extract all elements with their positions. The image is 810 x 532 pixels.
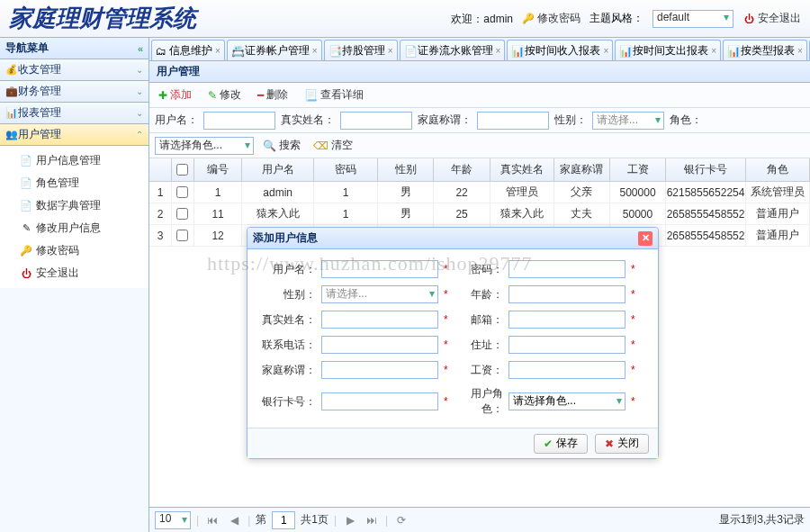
tab-icon: 📊 (619, 45, 630, 56)
dlg-password-label: 密码： (458, 262, 503, 277)
sidebar-group-report[interactable]: 📊报表管理⌄ (0, 103, 148, 124)
col-header-0[interactable] (149, 158, 172, 181)
cell: 普通用户 (746, 225, 810, 246)
col-header-9[interactable]: 工资 (610, 158, 666, 181)
last-page-button[interactable]: ⏭ (364, 512, 380, 528)
search-icon: 🔍 (263, 140, 276, 152)
page-input[interactable] (272, 511, 295, 529)
save-button[interactable]: ✔保存 (534, 434, 588, 454)
view-button[interactable]: 📃查看详细 (301, 86, 367, 104)
change-password-link[interactable]: 🔑修改密码 (522, 11, 580, 26)
dlg-username-label: 用户名： (262, 262, 316, 277)
col-header-8[interactable]: 家庭称谓 (554, 158, 610, 181)
sidebar-item-dict[interactable]: 📄数据字典管理 (0, 194, 148, 217)
filter-realname-input[interactable] (340, 112, 412, 130)
row-checkbox[interactable] (176, 208, 188, 220)
tab-icon: 🗂 (156, 45, 166, 56)
col-header-10[interactable]: 银行卡号 (666, 158, 746, 181)
tab-label: 按时间支出报表 (633, 43, 708, 59)
tabs-bar: 🗂信息维护×📇证券帐户管理×📑持股管理×📄证券流水账管理×📊按时间收入报表×📊按… (149, 38, 810, 61)
tab-2[interactable]: 📑持股管理× (324, 40, 398, 60)
select-all-checkbox[interactable] (176, 164, 188, 176)
collapse-icon[interactable]: « (138, 43, 143, 54)
dlg-phone-input[interactable] (321, 336, 438, 354)
cell: 11 (194, 203, 242, 224)
dialog-close-button[interactable]: ✕ (638, 231, 652, 246)
row-checkbox[interactable] (176, 186, 188, 198)
dialog-title-bar[interactable]: 添加用户信息 ✕ (248, 228, 658, 249)
doc-icon: 📄 (20, 155, 32, 167)
col-header-3[interactable]: 用户名 (242, 158, 314, 181)
col-header-5[interactable]: 性别 (378, 158, 434, 181)
edit-button[interactable]: ✎修改 (204, 86, 245, 104)
sidebar-item-edituser[interactable]: ✎修改用户信息 (0, 217, 148, 239)
col-header-7[interactable]: 真实姓名 (490, 158, 554, 181)
dlg-role-select[interactable]: 请选择角色... (508, 392, 626, 410)
sidebar-group-user[interactable]: 👥用户管理⌃ (0, 124, 148, 146)
theme-select[interactable]: default (652, 10, 734, 28)
dlg-username-input[interactable] (321, 260, 438, 278)
tab-close-icon[interactable]: × (797, 46, 803, 56)
sidebar-group-finance[interactable]: 💼财务管理⌄ (0, 81, 148, 103)
dlg-family-input[interactable] (321, 361, 438, 379)
add-button[interactable]: ✚添加 (155, 86, 195, 104)
filter-row-2: 请选择角色... 🔍搜索 ⌫清空 (149, 133, 810, 158)
tab-label: 按类型报表 (741, 43, 795, 59)
dlg-password-input[interactable] (508, 260, 626, 278)
tab-4[interactable]: 📊按时间收入报表× (507, 40, 613, 60)
dlg-gender-select[interactable]: 请选择... (321, 285, 438, 303)
refresh-button[interactable]: ⟳ (393, 512, 410, 528)
filter-username-input[interactable] (203, 112, 275, 130)
tab-3[interactable]: 📄证券流水账管理× (400, 40, 506, 60)
filter-role-select[interactable]: 请选择角色... (155, 137, 254, 155)
row-checkbox[interactable] (176, 230, 188, 241)
panel-title: 用户管理 (149, 61, 810, 83)
clear-button[interactable]: ⌫清空 (310, 136, 356, 155)
dlg-salary-input[interactable] (508, 361, 626, 379)
tab-close-icon[interactable]: × (215, 46, 220, 56)
sidebar-item-userinfo[interactable]: 📄用户信息管理 (0, 149, 148, 172)
tab-label: 证券流水账管理 (418, 43, 493, 59)
tab-close-icon[interactable]: × (711, 46, 716, 56)
filter-family-input[interactable] (477, 112, 549, 130)
dlg-salary-label: 工资： (458, 363, 503, 378)
cell: admin (242, 182, 314, 203)
col-header-2[interactable]: 编号 (194, 158, 242, 181)
prev-page-button[interactable]: ◀ (226, 512, 242, 528)
tab-1[interactable]: 📇证券帐户管理× (227, 40, 322, 60)
cell: 管理员 (490, 182, 554, 203)
col-header-11[interactable]: 角色 (746, 158, 810, 181)
dlg-age-input[interactable] (508, 285, 626, 303)
tab-6[interactable]: 📊按类型报表× (723, 40, 807, 60)
dlg-card-input[interactable] (321, 392, 438, 410)
search-button[interactable]: 🔍搜索 (259, 136, 304, 155)
dlg-role-label: 用户角色： (458, 386, 503, 417)
col-header-4[interactable]: 密码 (314, 158, 378, 181)
dlg-realname-input[interactable] (321, 311, 438, 329)
filter-gender-select[interactable]: 请选择... (592, 112, 664, 130)
col-header-1[interactable] (172, 158, 194, 181)
dlg-address-input[interactable] (508, 336, 626, 354)
tab-0[interactable]: 🗂信息维护× (151, 40, 225, 60)
logout-link[interactable]: ⏻安全退出 (742, 11, 801, 26)
tab-close-icon[interactable]: × (603, 46, 608, 56)
delete-button[interactable]: ━删除 (254, 86, 292, 104)
sidebar-item-changepwd[interactable]: 🔑修改密码 (0, 239, 148, 262)
table-row[interactable]: 211猿来入此1男25猿来入此丈夫500002658555458552普通用户 (149, 203, 810, 225)
tab-close-icon[interactable]: × (496, 46, 501, 56)
cell: 2658555458552 (666, 203, 746, 224)
table-row[interactable]: 11admin1男22管理员父亲5000006215855652254系统管理员 (149, 182, 810, 203)
next-page-button[interactable]: ▶ (342, 512, 358, 528)
sidebar-item-role[interactable]: 📄角色管理 (0, 172, 148, 194)
page-size-select[interactable]: 10 (155, 511, 191, 529)
col-header-6[interactable]: 年龄 (434, 158, 490, 181)
dlg-email-input[interactable] (508, 311, 626, 329)
sidebar-group-income[interactable]: 💰收支管理⌄ (0, 59, 148, 81)
tab-close-icon[interactable]: × (312, 46, 318, 56)
page-label-post: 共1页 (301, 512, 328, 527)
close-button[interactable]: ✖关闭 (595, 434, 649, 454)
sidebar-item-logout[interactable]: ⏻安全退出 (0, 262, 148, 284)
tab-5[interactable]: 📊按时间支出报表× (615, 40, 721, 60)
first-page-button[interactable]: ⏮ (204, 512, 220, 528)
tab-close-icon[interactable]: × (388, 46, 393, 56)
